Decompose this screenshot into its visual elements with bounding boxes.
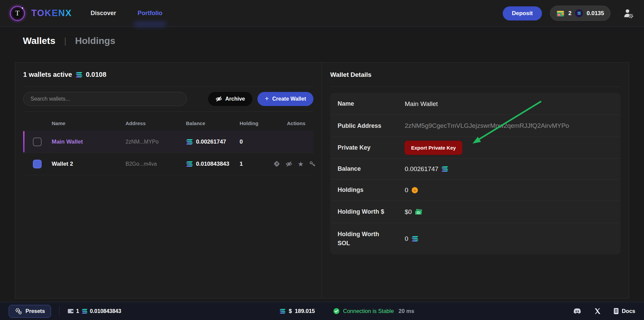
col-holding: Holding	[240, 120, 273, 126]
tokenx-logo-icon[interactable]: T	[10, 6, 25, 21]
top-navbar: T TOKENX Discover Portfolio Deposit 2	[0, 0, 644, 27]
statusbar-links: Docs	[573, 308, 635, 315]
connection-text: Connection is Stable	[343, 308, 394, 314]
balance-value: 0.00261747	[405, 165, 438, 173]
detail-row-balance: Balance 0.00261747	[330, 159, 621, 179]
active-wallets-text: 1 wallets active	[23, 71, 72, 78]
wallet-address: 2zNM...MYPo	[126, 139, 186, 145]
docs-label: Docs	[622, 308, 635, 314]
wallet-row-main-wallet[interactable]: Main Wallet 2zNM...MYPo 0.00261747 0	[23, 131, 313, 153]
holding-worth-sol-label: Holding Worth SOL	[338, 230, 385, 247]
wallet-checkbox[interactable]	[33, 138, 42, 146]
connection-status: Connection is Stable 20 ms	[333, 308, 414, 314]
statusbar-wallet-sol: 0.010843843	[90, 308, 121, 314]
wallet-table-header: Name Address Balance Holding Actions	[23, 112, 313, 131]
tab-wallets[interactable]: Wallets	[23, 36, 55, 46]
logo-letter: T	[15, 9, 20, 17]
sol-icon	[441, 166, 448, 172]
nav-discover[interactable]: Discover	[91, 10, 116, 17]
money-icon	[415, 209, 423, 215]
toolbar-buttons: Archive + Create Wallet	[208, 92, 313, 106]
x-twitter-icon[interactable]	[594, 308, 601, 314]
wallet-balance: 0.010843843	[196, 161, 229, 167]
latency-value: 20 ms	[399, 308, 414, 314]
price-value: 189.015	[295, 308, 315, 314]
col-name: Name	[52, 120, 126, 126]
wallet-actions: ★	[273, 160, 323, 167]
wallet-emoji-icon	[556, 10, 565, 17]
create-wallet-label: Create Wallet	[272, 96, 306, 102]
balance-label: Balance	[338, 164, 405, 173]
wallet-row-wallet-2[interactable]: Wallet 2 B2Go...m4va 0.010843843 1	[23, 153, 313, 175]
col-balance: Balance	[186, 120, 240, 126]
wallet-balance: 0.00261747	[196, 139, 226, 145]
hide-icon[interactable]	[286, 161, 292, 167]
wallet-address: B2Go...m4va	[126, 161, 186, 167]
sol-icon	[186, 139, 193, 145]
gears-icon	[15, 308, 22, 315]
active-wallets-sol: 0.0108	[86, 71, 106, 78]
holding-worth-usd-label: Holding Worth $	[338, 207, 405, 216]
export-private-key-button[interactable]: Export Private Key	[405, 141, 462, 155]
archive-label: Archive	[225, 96, 245, 102]
holding-worth-usd-value: $0	[405, 208, 412, 216]
holdings-value: 0	[405, 186, 408, 194]
private-key-label: Private Key	[338, 143, 405, 152]
wallet-details-panel: Wallet Details Name Main Wallet Public A…	[322, 63, 629, 298]
detail-row-private-key: Private Key Export Private Key	[330, 137, 621, 159]
docs-link[interactable]: Docs	[613, 308, 635, 314]
navbar-right: Deposit 2 0.0135	[503, 6, 634, 21]
key-icon[interactable]	[309, 161, 316, 167]
account-settings-icon[interactable]	[623, 8, 634, 18]
col-address: Address	[126, 120, 186, 126]
sol-circle-icon	[575, 9, 583, 17]
wallets-panel-header: 1 wallets active 0.0108	[23, 63, 313, 87]
presets-button[interactable]: Presets	[9, 305, 51, 318]
wallets-panel: 1 wallets active 0.0108 Archive + Create…	[15, 63, 322, 298]
main-nav: Discover Portfolio	[91, 10, 162, 17]
search-input[interactable]	[23, 92, 187, 106]
wallet-count: 2	[568, 10, 572, 17]
statusbar-wallets-summary: 1 0.010843843	[67, 308, 121, 314]
wallet-name: Wallet 2	[52, 161, 126, 167]
docs-icon	[613, 308, 619, 314]
holding-worth-sol-value: 0	[405, 235, 408, 243]
sol-icon	[186, 161, 193, 167]
sol-icon	[411, 236, 418, 242]
status-bar: Presets 1 0.010843843 $ 189.015 Connecti…	[0, 302, 644, 320]
holdings-label: Holdings	[338, 185, 405, 194]
portfolio-card: 1 wallets active 0.0108 Archive + Create…	[15, 62, 629, 299]
wallet-icon	[67, 309, 74, 314]
coin-icon	[411, 187, 418, 194]
statusbar-wallet-count: 1	[76, 308, 79, 314]
price-symbol: $	[289, 308, 292, 314]
create-wallet-button[interactable]: + Create Wallet	[257, 92, 313, 106]
deposit-button[interactable]: Deposit	[503, 6, 542, 20]
send-icon[interactable]	[273, 160, 280, 167]
plus-icon: +	[265, 95, 269, 103]
wallet-sol-amount: 0.0135	[587, 10, 604, 17]
sol-icon	[76, 72, 83, 77]
app-screen: T TOKENX Discover Portfolio Deposit 2	[0, 0, 644, 320]
details-title: Wallet Details	[330, 71, 371, 78]
favorite-icon[interactable]: ★	[298, 161, 304, 167]
hide-icon	[215, 96, 222, 102]
wallet-holding: 1	[240, 161, 273, 167]
name-value: Main Wallet	[405, 100, 438, 108]
wallets-toolbar: Archive + Create Wallet	[23, 92, 313, 106]
public-address-label: Public Address	[338, 121, 405, 130]
detail-row-holding-worth-usd: Holding Worth $ $0	[330, 201, 621, 223]
sol-price: $ 189.015	[280, 308, 315, 314]
tab-holdings[interactable]: Holdings	[75, 36, 115, 46]
wallet-checkbox[interactable]	[33, 160, 42, 168]
portfolio-tabs: Wallets | Holdings	[23, 36, 115, 46]
wallet-summary-badge[interactable]: 2 0.0135	[550, 6, 610, 21]
discord-icon[interactable]	[573, 308, 582, 315]
archive-button[interactable]: Archive	[208, 92, 252, 106]
nav-portfolio[interactable]: Portfolio	[138, 10, 162, 17]
brand-title: TOKENX	[31, 8, 72, 18]
sol-icon	[280, 309, 286, 314]
detail-row-holdings: Holdings 0	[330, 179, 621, 201]
presets-label: Presets	[26, 308, 45, 314]
tab-separator: |	[64, 36, 66, 46]
